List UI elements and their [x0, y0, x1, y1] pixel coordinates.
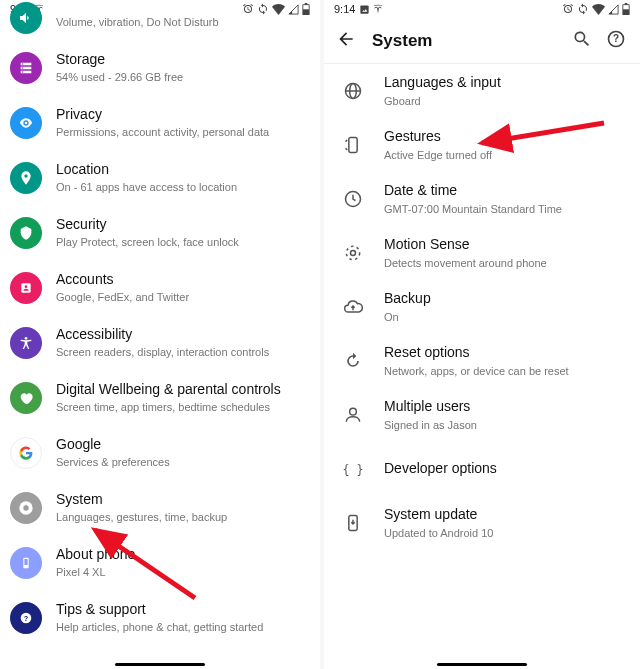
- item-subtitle: 54% used - 29.66 GB free: [56, 70, 183, 84]
- svg-rect-10: [25, 504, 26, 505]
- item-title: Security: [56, 216, 239, 234]
- search-button[interactable]: [572, 29, 594, 53]
- item-title: Accessibility: [56, 326, 269, 344]
- picture-icon: [359, 4, 370, 15]
- svg-point-3: [22, 71, 23, 72]
- settings-item-security[interactable]: SecurityPlay Protect, screen lock, face …: [0, 205, 320, 260]
- settings-item-accounts[interactable]: AccountsGoogle, FedEx, and Twitter: [0, 260, 320, 315]
- svg-text:?: ?: [24, 613, 29, 622]
- svg-point-7: [25, 337, 28, 340]
- privacy-icon: [10, 107, 42, 139]
- svg-point-26: [350, 408, 357, 415]
- google-icon: [10, 437, 42, 469]
- svg-point-2: [22, 67, 23, 68]
- svg-point-25: [346, 246, 359, 259]
- alarm-icon: [562, 3, 574, 15]
- globe-icon: [340, 78, 366, 104]
- system-item-users[interactable]: Multiple usersSigned in as Jason: [324, 388, 640, 442]
- svg-point-6: [25, 285, 28, 288]
- svg-text:?: ?: [613, 33, 619, 44]
- svg-rect-16: [623, 5, 628, 9]
- settings-item-accessibility[interactable]: AccessibilityScreen readers, display, in…: [0, 315, 320, 370]
- settings-item-tips[interactable]: ? Tips & supportHelp articles, phone & c…: [0, 590, 320, 645]
- settings-item-about[interactable]: About phonePixel 4 XL: [0, 535, 320, 590]
- nav-bar[interactable]: [0, 663, 320, 666]
- item-subtitle: Signed in as Jason: [384, 418, 477, 432]
- item-title: Location: [56, 161, 237, 179]
- item-subtitle: On: [384, 310, 431, 324]
- item-title: Developer options: [384, 460, 497, 478]
- settings-item-system[interactable]: SystemLanguages, gestures, time, backup: [0, 480, 320, 535]
- system-item-languages[interactable]: Languages & inputGboard: [324, 64, 640, 118]
- security-icon: [10, 217, 42, 249]
- item-title: Storage: [56, 51, 183, 69]
- status-icons: [562, 3, 630, 15]
- item-subtitle: Play Protect, screen lock, face unlock: [56, 235, 239, 249]
- svg-rect-15: [361, 5, 369, 13]
- help-button[interactable]: ?: [606, 29, 628, 53]
- item-title: Date & time: [384, 182, 562, 200]
- storage-icon: [10, 52, 42, 84]
- svg-point-1: [22, 63, 23, 64]
- status-bar: 9:14: [324, 0, 640, 18]
- settings-item-location[interactable]: LocationOn - 61 apps have access to loca…: [0, 150, 320, 205]
- header: System ?: [324, 18, 640, 64]
- item-subtitle: On - 61 apps have access to location: [56, 180, 237, 194]
- item-title: Privacy: [56, 106, 269, 124]
- svg-point-9: [23, 505, 28, 510]
- update-icon: [340, 510, 366, 536]
- item-subtitle: Permissions, account activity, personal …: [56, 125, 269, 139]
- item-title: System: [56, 491, 227, 509]
- sync-icon: [577, 3, 589, 15]
- svg-rect-0: [303, 5, 308, 9]
- back-button[interactable]: [336, 29, 358, 53]
- item-subtitle: Services & preferences: [56, 455, 170, 469]
- item-title: About phone: [56, 546, 135, 564]
- item-subtitle: Updated to Android 10: [384, 526, 493, 540]
- accessibility-icon: [10, 327, 42, 359]
- item-subtitle: Screen readers, display, interaction con…: [56, 345, 269, 359]
- reset-icon: [340, 348, 366, 374]
- system-item-motion[interactable]: Motion SenseDetects movement around phon…: [324, 226, 640, 280]
- item-title: Motion Sense: [384, 236, 547, 254]
- sound-icon: [10, 2, 42, 34]
- svg-point-24: [351, 251, 356, 256]
- system-item-datetime[interactable]: Date & timeGMT-07:00 Mountain Standard T…: [324, 172, 640, 226]
- item-title: Multiple users: [384, 398, 477, 416]
- settings-item-google[interactable]: GoogleServices & preferences: [0, 425, 320, 480]
- settings-item-privacy[interactable]: PrivacyPermissions, account activity, pe…: [0, 95, 320, 150]
- system-settings-screen: 9:14 System ? Languages & inputGboard Ge…: [320, 0, 640, 669]
- users-icon: [340, 402, 366, 428]
- motion-icon: [340, 240, 366, 266]
- system-item-update[interactable]: System updateUpdated to Android 10: [324, 496, 640, 550]
- item-title: Languages & input: [384, 74, 501, 92]
- item-subtitle: Detects movement around phone: [384, 256, 547, 270]
- item-title: System update: [384, 506, 493, 524]
- page-title: System: [372, 31, 560, 51]
- system-item-reset[interactable]: Reset optionsNetwork, apps, or device ca…: [324, 334, 640, 388]
- system-item-developer[interactable]: { } Developer options: [324, 442, 640, 496]
- developer-icon: { }: [340, 456, 366, 482]
- wifi-icon: [592, 4, 605, 15]
- system-item-backup[interactable]: BackupOn: [324, 280, 640, 334]
- system-item-gestures[interactable]: GesturesActive Edge turned off: [324, 118, 640, 172]
- svg-rect-12: [24, 559, 27, 565]
- sync-icon: [257, 3, 269, 15]
- settings-item-storage[interactable]: Storage54% used - 29.66 GB free: [0, 40, 320, 95]
- item-subtitle: Pixel 4 XL: [56, 565, 135, 579]
- settings-main-screen: 9:14 Volume, vibration, Do Not Disturb S…: [0, 0, 320, 669]
- item-title: Digital Wellbeing & parental controls: [56, 381, 281, 399]
- alarm-icon: [242, 3, 254, 15]
- signal-icon: [288, 4, 299, 15]
- signal-icon: [608, 4, 619, 15]
- svg-point-4: [25, 121, 28, 124]
- system-icon: [10, 492, 42, 524]
- item-title: Reset options: [384, 344, 569, 362]
- item-title: Backup: [384, 290, 431, 308]
- settings-item-wellbeing[interactable]: Digital Wellbeing & parental controlsScr…: [0, 370, 320, 425]
- item-title: Gestures: [384, 128, 492, 146]
- backup-icon: [340, 294, 366, 320]
- item-subtitle: Screen time, app timers, bedtime schedul…: [56, 400, 281, 414]
- item-title: Accounts: [56, 271, 189, 289]
- nav-bar[interactable]: [324, 663, 640, 666]
